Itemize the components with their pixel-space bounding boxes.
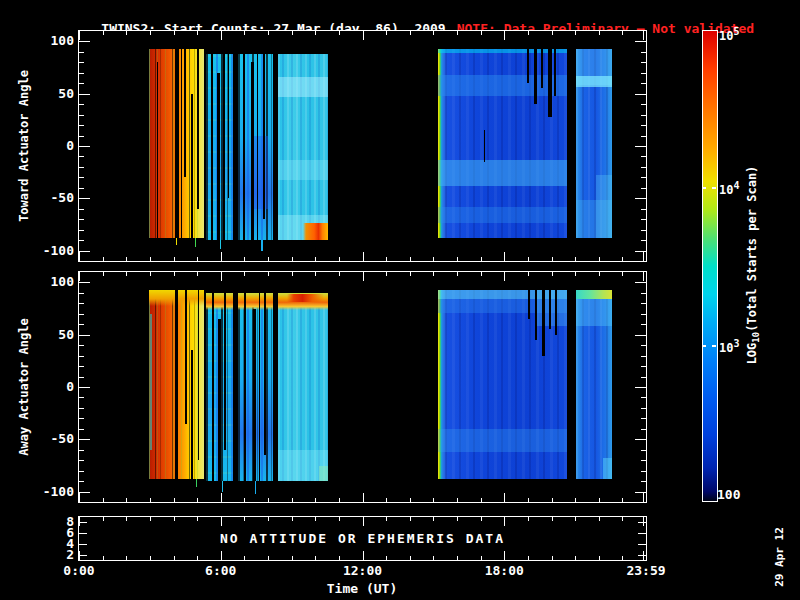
y-tick bbox=[79, 136, 84, 137]
x-tick bbox=[528, 517, 529, 521]
y-tick bbox=[641, 240, 646, 241]
colorbar-label-1e3: 103 bbox=[719, 338, 739, 355]
x-tick bbox=[622, 517, 623, 521]
y-tick bbox=[635, 439, 646, 440]
x-tick bbox=[504, 252, 505, 261]
heat-band bbox=[303, 223, 328, 240]
x-tick bbox=[315, 517, 316, 521]
dropout-streak bbox=[549, 290, 551, 330]
y-tick bbox=[641, 136, 646, 137]
heat-band bbox=[206, 293, 233, 310]
colorbar-axis-label: LOG10(Total Starts per Scan) bbox=[745, 166, 761, 365]
x-tick bbox=[126, 517, 127, 521]
y-tick bbox=[641, 450, 646, 451]
x-tick bbox=[150, 517, 151, 521]
x-tick bbox=[292, 272, 293, 276]
x-tick bbox=[481, 556, 482, 560]
y-tick bbox=[79, 219, 84, 220]
x-tick bbox=[386, 31, 387, 35]
x-tick bbox=[363, 272, 364, 281]
heat-band bbox=[261, 240, 262, 250]
y-tick bbox=[79, 198, 90, 199]
dropout-streak bbox=[541, 49, 543, 89]
x-tick bbox=[552, 272, 553, 276]
dropout-streak bbox=[175, 49, 179, 238]
dropout-streak bbox=[224, 293, 226, 450]
x-tick bbox=[126, 498, 127, 502]
y-tick-label: -50 bbox=[34, 190, 74, 205]
y-tick bbox=[79, 429, 84, 430]
y-tick bbox=[79, 460, 84, 461]
x-tick bbox=[150, 498, 151, 502]
x-tick bbox=[643, 252, 644, 261]
x-tick bbox=[457, 257, 458, 261]
y-tick-label: -50 bbox=[34, 431, 74, 446]
x-tick bbox=[504, 551, 505, 560]
x-tick bbox=[197, 31, 198, 35]
y-tick bbox=[641, 345, 646, 346]
y-tick bbox=[79, 52, 84, 53]
x-tick bbox=[244, 31, 245, 35]
x-tick bbox=[504, 493, 505, 502]
dropout-streak bbox=[218, 319, 221, 481]
x-tick bbox=[315, 272, 316, 276]
dropout-streak bbox=[228, 54, 229, 198]
x-tick bbox=[197, 517, 198, 521]
x-tick bbox=[552, 498, 553, 502]
x-tick bbox=[126, 31, 127, 35]
colorbar-label-1e4: 104 bbox=[719, 180, 739, 197]
y-tick bbox=[641, 177, 646, 178]
x-tick bbox=[339, 498, 340, 502]
x-tick-label: 12:00 bbox=[333, 563, 393, 578]
x-tick bbox=[221, 252, 222, 261]
x-tick bbox=[244, 556, 245, 560]
y-tick bbox=[79, 450, 84, 451]
x-tick bbox=[457, 556, 458, 560]
y-tick bbox=[641, 73, 646, 74]
dropout-streak bbox=[184, 49, 186, 178]
x-tick bbox=[244, 257, 245, 261]
y-tick-label: 0 bbox=[34, 138, 74, 153]
y-tick bbox=[79, 324, 84, 325]
colorbar bbox=[702, 30, 718, 502]
x-tick bbox=[410, 257, 411, 261]
x-tick bbox=[339, 272, 340, 276]
x-tick bbox=[528, 556, 529, 560]
x-tick bbox=[481, 31, 482, 35]
dropout-streak bbox=[484, 130, 485, 161]
y-tick bbox=[79, 544, 87, 545]
dropout-streak bbox=[542, 290, 545, 356]
y-tick bbox=[641, 293, 646, 294]
x-tick bbox=[622, 31, 623, 35]
y-tick bbox=[79, 418, 84, 419]
y-tick bbox=[641, 219, 646, 220]
x-tick bbox=[197, 257, 198, 261]
x-tick bbox=[292, 31, 293, 35]
x-tick bbox=[79, 252, 80, 261]
x-tick bbox=[552, 31, 553, 35]
heat-band bbox=[576, 290, 612, 299]
dropout-streak bbox=[211, 54, 213, 240]
y-tick bbox=[79, 314, 84, 315]
y-tick bbox=[641, 324, 646, 325]
x-tick bbox=[126, 272, 127, 276]
x-tick bbox=[481, 272, 482, 276]
x-tick bbox=[150, 272, 151, 276]
x-tick bbox=[643, 31, 644, 40]
y-tick bbox=[79, 230, 84, 231]
y-tick bbox=[635, 387, 646, 388]
x-tick bbox=[339, 556, 340, 560]
y-tick bbox=[641, 397, 646, 398]
heat-band bbox=[222, 481, 223, 491]
heat-band bbox=[278, 77, 328, 97]
x-tick bbox=[575, 556, 576, 560]
x-tick bbox=[315, 556, 316, 560]
dropout-streak bbox=[251, 62, 254, 240]
x-tick-label: 6:00 bbox=[191, 563, 251, 578]
dropout-streak bbox=[212, 293, 214, 481]
y-tick bbox=[641, 167, 646, 168]
dropout-streak bbox=[217, 73, 220, 240]
x-tick bbox=[457, 31, 458, 35]
y-tick-label: 0 bbox=[34, 379, 74, 394]
heat-band bbox=[287, 294, 324, 302]
